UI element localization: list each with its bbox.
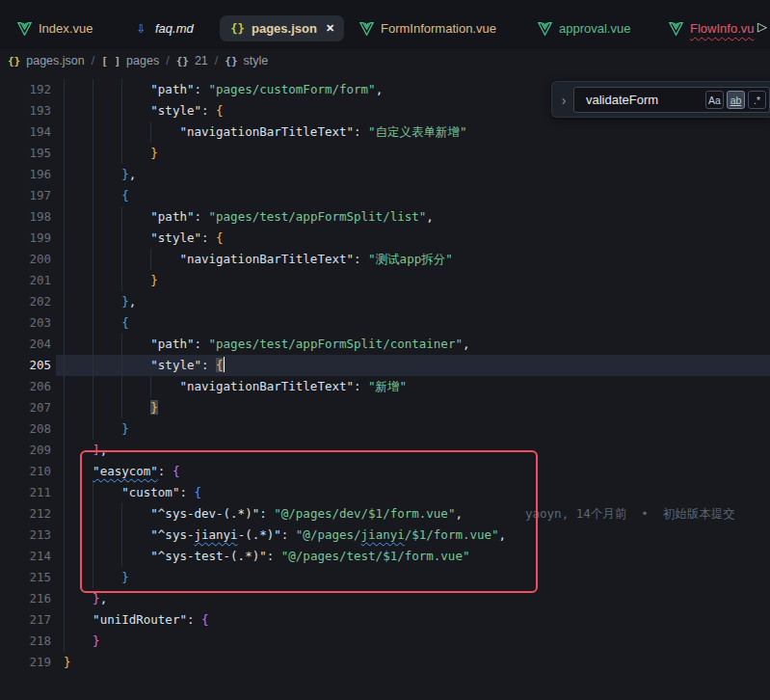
line-number[interactable]: 216 xyxy=(0,588,51,609)
line-number[interactable]: 202 xyxy=(0,291,51,312)
code-line-196[interactable]: 196 }, xyxy=(0,164,770,185)
line-number[interactable]: 210 xyxy=(0,461,51,482)
line-number[interactable]: 195 xyxy=(0,143,51,164)
vue-file-icon xyxy=(358,21,375,37)
code-text: } xyxy=(64,652,71,673)
tab-forminformation-vue[interactable]: FormInformation.vue xyxy=(358,15,496,41)
tab-pages-json[interactable]: {}pages.json✕ xyxy=(220,15,344,41)
line-number[interactable]: 201 xyxy=(0,270,51,291)
line-number[interactable]: 196 xyxy=(0,164,51,185)
code-text: } xyxy=(64,397,158,418)
breadcrumb-item-style[interactable]: {}style xyxy=(225,54,268,67)
symbol-icon: {} xyxy=(176,55,189,67)
code-text: } xyxy=(64,143,158,164)
whole-word-button[interactable]: ab xyxy=(727,91,745,109)
find-query-text[interactable]: validateForm xyxy=(586,88,658,112)
find-options: Aa ab .* xyxy=(705,91,766,109)
breadcrumb-item-21[interactable]: {}21 xyxy=(176,54,208,67)
code-text: "navigationBarTitleText": "新增" xyxy=(64,376,407,397)
tab-approval-vue[interactable]: approval.vue xyxy=(537,15,630,41)
code-text: { xyxy=(64,312,129,334)
tab-index-vue[interactable]: Index.vue xyxy=(16,15,93,41)
breadcrumb-label: pages xyxy=(126,54,159,67)
code-text: "^sys-test-(.*)": "@/pages/test/$1/form.… xyxy=(64,546,469,567)
json-file-icon: {} xyxy=(229,21,246,37)
code-line-208[interactable]: 208 } xyxy=(0,418,770,440)
vue-file-icon xyxy=(16,21,33,37)
tab-label: faq.md xyxy=(155,21,194,36)
find-collapse-chevron-icon[interactable]: › xyxy=(557,91,571,110)
find-widget: › validateForm Aa ab .* xyxy=(551,81,770,118)
code-line-194[interactable]: 194 "navigationBarTitleText": "自定义表单新增" xyxy=(0,121,770,143)
code-line-201[interactable]: 201 } xyxy=(0,270,770,291)
code-line-211[interactable]: 211 "custom": { xyxy=(0,482,770,503)
tab-flowinfo-vu[interactable]: FlowInfo.vu xyxy=(668,15,754,41)
code-line-206[interactable]: 206 "navigationBarTitleText": "新增" xyxy=(0,376,770,397)
editor-tab-bar: Index.vue⇩faq.md{}pages.json✕FormInforma… xyxy=(0,0,770,48)
match-case-button[interactable]: Aa xyxy=(705,91,724,109)
code-line-200[interactable]: 200 "navigationBarTitleText": "测试app拆分" xyxy=(0,249,770,270)
tab-faq-md[interactable]: ⇩faq.md xyxy=(133,15,194,41)
breadcrumb: {}pages.json/[ ]pages/{}21/{}style xyxy=(8,48,759,73)
breadcrumb-item-pages-json[interactable]: {}pages.json xyxy=(8,54,85,67)
line-number[interactable]: 215 xyxy=(0,567,51,588)
code-line-216[interactable]: 216 }, xyxy=(0,588,770,609)
line-number[interactable]: 206 xyxy=(0,376,51,397)
tab-overflow-icon[interactable]: ▷ xyxy=(757,19,767,34)
code-line-218[interactable]: 218 } xyxy=(0,631,770,652)
code-line-215[interactable]: 215 } xyxy=(0,567,770,588)
line-number[interactable]: 192 xyxy=(0,79,51,100)
line-number[interactable]: 198 xyxy=(0,206,51,228)
regex-button[interactable]: .* xyxy=(748,91,766,109)
code-text: }, xyxy=(64,588,107,609)
code-line-207[interactable]: 207 } xyxy=(0,397,770,418)
code-line-202[interactable]: 202 }, xyxy=(0,291,770,312)
line-number[interactable]: 217 xyxy=(0,609,51,631)
code-line-199[interactable]: 199 "style": { xyxy=(0,228,770,249)
code-text: "path": "pages/customForm/form", xyxy=(64,79,383,100)
code-line-198[interactable]: 198 "path": "pages/test/appFormSplit/lis… xyxy=(0,206,770,228)
code-line-219[interactable]: 219} xyxy=(0,652,770,673)
code-line-210[interactable]: 210 "easycom": { xyxy=(0,461,770,482)
line-number[interactable]: 219 xyxy=(0,652,51,673)
code-line-203[interactable]: 203 { xyxy=(0,312,770,334)
code-line-213[interactable]: 213 "^sys-jianyi-(.*)": "@/pages/jianyi/… xyxy=(0,525,770,546)
code-line-217[interactable]: 217 "uniIdRouter": { xyxy=(0,609,770,631)
line-number[interactable]: 213 xyxy=(0,525,51,546)
line-number[interactable]: 197 xyxy=(0,185,51,206)
line-number[interactable]: 207 xyxy=(0,397,51,418)
line-number[interactable]: 214 xyxy=(0,546,51,567)
line-number[interactable]: 205 xyxy=(0,355,51,376)
code-line-195[interactable]: 195 } xyxy=(0,143,770,164)
close-tab-icon[interactable]: ✕ xyxy=(326,22,334,35)
whole-word-icon: ab xyxy=(730,94,742,106)
line-number[interactable]: 211 xyxy=(0,482,51,503)
code-text: "navigationBarTitleText": "测试app拆分" xyxy=(64,249,453,270)
code-line-204[interactable]: 204 "path": "pages/test/appFormSplit/con… xyxy=(0,334,770,355)
code-line-205[interactable]: 205 "style": { xyxy=(0,355,770,376)
code-text: }, xyxy=(64,291,136,312)
line-number[interactable]: 208 xyxy=(0,418,51,440)
code-line-209[interactable]: 209 ], xyxy=(0,440,770,461)
line-number[interactable]: 203 xyxy=(0,312,51,334)
markdown-file-icon: ⇩ xyxy=(133,21,149,37)
line-number[interactable]: 212 xyxy=(0,503,51,525)
code-line-197[interactable]: 197 { xyxy=(0,185,770,206)
breadcrumb-item-pages[interactable]: [ ]pages xyxy=(101,54,159,67)
line-number[interactable]: 218 xyxy=(0,631,51,652)
code-line-214[interactable]: 214 "^sys-test-(.*)": "@/pages/test/$1/f… xyxy=(0,546,770,567)
line-number[interactable]: 204 xyxy=(0,334,51,355)
line-number[interactable]: 199 xyxy=(0,228,51,249)
code-rows: 192 "path": "pages/customForm/form",193 … xyxy=(0,79,770,673)
code-text: "path": "pages/test/appFormSplit/list", xyxy=(64,206,434,228)
symbol-icon: {} xyxy=(225,55,237,67)
line-number[interactable]: 209 xyxy=(0,440,51,461)
line-number[interactable]: 193 xyxy=(0,100,51,121)
code-line-212[interactable]: 212 "^sys-dev-(.*)": "@/pages/dev/$1/for… xyxy=(0,503,770,525)
line-number[interactable]: 194 xyxy=(0,121,51,143)
find-search-input[interactable]: validateForm Aa ab .* xyxy=(573,87,770,113)
git-blame-annotation: yaoyn, 14个月前 • 初始版本提交 xyxy=(525,503,735,525)
breadcrumb-separator: / xyxy=(92,54,94,67)
line-number[interactable]: 200 xyxy=(0,249,51,270)
code-text: } xyxy=(64,270,158,291)
